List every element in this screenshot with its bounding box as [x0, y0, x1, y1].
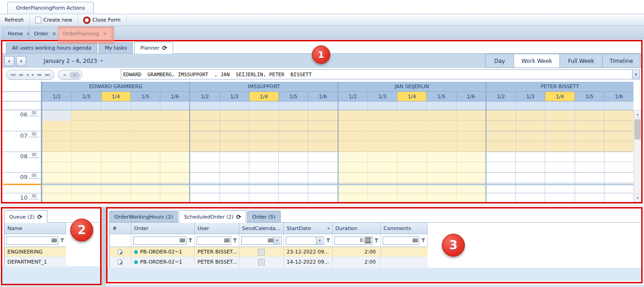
- time-slot[interactable]: [220, 110, 249, 131]
- time-slot[interactable]: [339, 172, 367, 193]
- view-day-button[interactable]: Day: [485, 54, 514, 68]
- column-header-sendcalenda-[interactable]: SendCalenda...: [239, 223, 284, 234]
- day-header-cell[interactable]: 1/5: [427, 92, 456, 101]
- column-header-name[interactable]: Name: [5, 223, 66, 234]
- view-timeline-button[interactable]: Timeline: [602, 54, 640, 68]
- scrollbar-thumb[interactable]: [634, 119, 641, 140]
- time-slot[interactable]: [42, 110, 71, 131]
- resource-nav-button-0[interactable]: |◀◀: [8, 73, 17, 77]
- time-slot[interactable]: [72, 172, 101, 193]
- filter-icon[interactable]: [326, 238, 330, 243]
- time-slot[interactable]: [190, 110, 219, 131]
- time-slot[interactable]: [42, 131, 71, 152]
- allday-cell[interactable]: [368, 101, 397, 110]
- day-header-cell[interactable]: 1/3: [368, 92, 397, 101]
- time-slot[interactable]: [427, 193, 456, 202]
- time-slot[interactable]: [279, 172, 308, 193]
- day-header-cell[interactable]: 1/6: [457, 92, 486, 101]
- close-form-button[interactable]: Close Form: [79, 15, 125, 25]
- chevron-down-icon[interactable]: ▾: [632, 70, 639, 79]
- resource-nav-button-1[interactable]: ◀◀: [17, 73, 24, 77]
- tab-orderworkinghours[interactable]: OrderWorkingHours (2): [109, 211, 178, 222]
- allday-cell[interactable]: [160, 101, 189, 110]
- time-slot[interactable]: [160, 110, 189, 131]
- time-slot[interactable]: [604, 193, 633, 202]
- time-slot[interactable]: [279, 110, 308, 131]
- filter-input[interactable]: ···▾: [241, 236, 282, 245]
- time-slot[interactable]: [160, 172, 189, 193]
- day-header-cell[interactable]: 1/2: [190, 92, 220, 101]
- refresh-button[interactable]: Refresh: [0, 15, 28, 25]
- duration-filter-input[interactable]: 0:00: [334, 236, 373, 245]
- time-slot[interactable]: [486, 172, 515, 193]
- allday-cell[interactable]: [308, 101, 337, 110]
- allday-cell[interactable]: [457, 101, 486, 110]
- allday-cell[interactable]: [545, 101, 575, 110]
- day-header-cell[interactable]: 1/4: [397, 92, 427, 101]
- filter-combo[interactable]: ▾: [286, 236, 324, 245]
- time-slot[interactable]: [545, 172, 574, 193]
- filter-icon[interactable]: [421, 238, 425, 243]
- time-slot[interactable]: [308, 193, 337, 202]
- time-slot[interactable]: [160, 152, 189, 172]
- chevron-down-icon[interactable]: ▾: [316, 237, 323, 244]
- time-slot[interactable]: [102, 131, 130, 152]
- view-full-week-button[interactable]: Full Week: [559, 54, 603, 68]
- allday-cell[interactable]: [516, 101, 545, 110]
- time-slot[interactable]: [604, 152, 633, 172]
- allday-cell[interactable]: [397, 101, 427, 110]
- queue-row[interactable]: ENGINEERING: [5, 247, 66, 257]
- filter-input[interactable]: ···: [133, 236, 186, 245]
- time-slot[interactable]: [397, 193, 426, 202]
- time-slot[interactable]: [575, 172, 604, 193]
- time-slot[interactable]: [516, 131, 545, 152]
- horizontal-splitter[interactable]: [0, 203, 644, 207]
- selected-time-slot[interactable]: [42, 110, 71, 121]
- scroll-down-button[interactable]: ▼: [634, 194, 641, 202]
- time-slot[interactable]: [249, 193, 278, 202]
- queue-row[interactable]: DEPARTMENT_1: [5, 257, 66, 267]
- order-row[interactable]: PB-ORDER-02~1PETER BISSET...14-12-2022 0…: [110, 257, 428, 267]
- time-slot[interactable]: [190, 152, 219, 172]
- edit-record-icon[interactable]: [117, 249, 124, 255]
- time-slot[interactable]: [339, 110, 367, 131]
- time-slot[interactable]: [486, 110, 515, 131]
- column-header-comments[interactable]: Comments: [381, 223, 428, 234]
- tab-queue[interactable]: Queue (2) ⟳: [4, 210, 47, 223]
- filter-input[interactable]: ···: [197, 236, 231, 245]
- increase-resources-button[interactable]: +: [60, 72, 69, 79]
- refresh-icon[interactable]: ⟳: [37, 214, 42, 220]
- resource-selector-field[interactable]: EDWARD GRAMBERG, IMSSUPPORT , JAN SEIJER…: [121, 69, 640, 79]
- time-slot[interactable]: [72, 193, 101, 202]
- day-header-cell[interactable]: 1/6: [604, 92, 633, 101]
- time-slot[interactable]: [102, 152, 130, 172]
- allday-cell[interactable]: [604, 101, 633, 110]
- date-range-label[interactable]: January 2 – 6, 2023 ▾: [44, 58, 102, 64]
- day-header-cell[interactable]: 1/5: [575, 92, 604, 101]
- time-slot[interactable]: [220, 193, 249, 202]
- time-slot[interactable]: [368, 110, 397, 131]
- time-slot[interactable]: [427, 152, 456, 172]
- time-slot[interactable]: [457, 131, 486, 152]
- chevron-down-icon[interactable]: ▾: [328, 226, 329, 231]
- column-header-order[interactable]: Order: [131, 223, 195, 234]
- time-slot[interactable]: [190, 172, 219, 193]
- time-slot[interactable]: [220, 131, 249, 152]
- time-slot[interactable]: [72, 152, 101, 172]
- day-header-cell[interactable]: 1/2: [339, 92, 368, 101]
- tab-order[interactable]: Order (5): [247, 211, 280, 222]
- day-header-cell[interactable]: 1/4: [249, 92, 279, 101]
- day-header-cell[interactable]: 1/2: [42, 92, 72, 101]
- day-header-cell[interactable]: 1/6: [160, 92, 189, 101]
- tab-order[interactable]: Order ×: [29, 28, 61, 39]
- allday-cell[interactable]: [427, 101, 456, 110]
- allday-cell[interactable]: [72, 101, 101, 110]
- close-tab-icon[interactable]: ×: [52, 31, 56, 37]
- checkbox-unchecked[interactable]: [258, 259, 265, 265]
- time-slot[interactable]: [249, 152, 278, 172]
- time-slot[interactable]: [457, 152, 486, 172]
- time-slot[interactable]: [131, 110, 160, 131]
- prev-week-button[interactable]: ‹: [4, 56, 14, 66]
- filter-icon[interactable]: [60, 238, 64, 243]
- time-slot[interactable]: [516, 152, 545, 172]
